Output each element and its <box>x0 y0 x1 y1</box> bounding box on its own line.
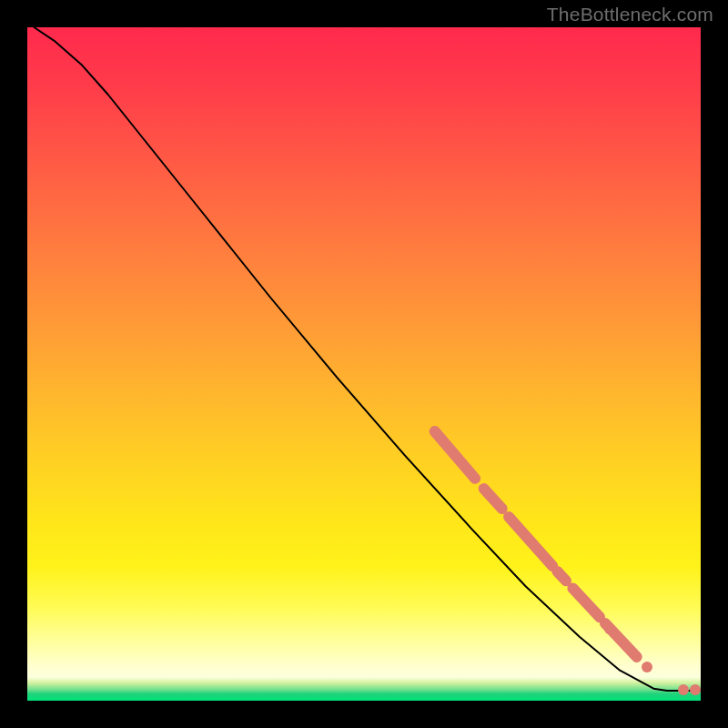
plot-area <box>27 27 701 701</box>
marker-dot <box>678 684 689 695</box>
marker-dot <box>690 684 701 695</box>
watermark-text: TheBottleneck.com <box>547 4 713 25</box>
chart-stage: TheBottleneck.com <box>0 0 728 728</box>
marker-dots-layer <box>27 27 701 701</box>
marker-dot <box>642 662 652 672</box>
marker-dot <box>604 623 615 634</box>
